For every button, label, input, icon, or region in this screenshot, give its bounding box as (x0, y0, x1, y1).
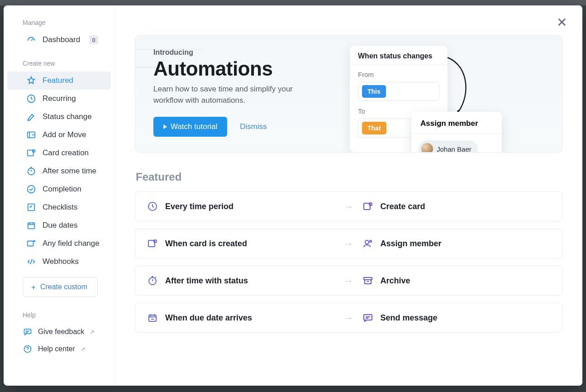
sidebar-item-label: Webhooks (43, 257, 79, 266)
sidebar-item-label: Due dates (43, 221, 78, 230)
user-check-icon (26, 184, 36, 194)
sidebar-item-due-dates[interactable]: Due dates (7, 216, 111, 234)
play-icon (163, 124, 167, 129)
dashboard-label: Dashboard (43, 35, 80, 44)
card-plus-icon (26, 148, 36, 158)
illus-assign-card: Assign member Johan Baer (411, 112, 502, 153)
clock-icon (147, 201, 158, 212)
sidebar-item-label: Add or Move (43, 130, 86, 139)
illus-when-title: When status changes (350, 46, 448, 65)
automations-modal: ✕ Manage Dashboard 0 Create new Featured… (4, 5, 582, 386)
sidebar-item-any-field-change[interactable]: Any field change (7, 234, 111, 253)
feedback-label: Give feedback (38, 328, 84, 336)
svg-rect-8 (28, 241, 33, 246)
external-link-icon: ↗ (81, 346, 86, 353)
avatar (421, 143, 433, 153)
featured-item[interactable]: When due date arrives → Send message (135, 303, 562, 333)
sidebar-item-after-some-time[interactable]: After some time (7, 162, 111, 180)
sidebar-item-label: Card creation (43, 148, 89, 158)
archive-icon (362, 275, 373, 286)
sidebar-item-card-creation[interactable]: Card creation (7, 144, 111, 162)
status-chip-this: This (362, 85, 386, 98)
featured-item[interactable]: After time with status → Archive (135, 266, 562, 296)
watch-tutorial-label: Watch tutorial (171, 122, 217, 131)
arrow-icon (443, 53, 475, 121)
illus-assign-title: Assign member (411, 112, 502, 134)
intro-kicker: Introducing (153, 48, 321, 57)
gauge-icon (26, 35, 36, 45)
svg-point-4 (28, 168, 35, 175)
status-chip-that: That (362, 122, 386, 134)
stopwatch-icon (147, 275, 158, 286)
sidebar-item-completion[interactable]: Completion (7, 180, 111, 198)
sidebar-item-recurring[interactable]: Recurring (7, 90, 111, 108)
svg-point-21 (370, 240, 372, 242)
featured-item[interactable]: When card is created → Assign member (135, 229, 562, 258)
arrow-right-icon: → (340, 239, 358, 249)
sidebar-item-label: After some time (43, 167, 96, 176)
arrow-right-icon: → (340, 201, 358, 212)
stopwatch-icon (26, 166, 36, 176)
arrow-right-icon: → (340, 313, 358, 323)
arrow-right-icon: → (340, 276, 358, 286)
sidebar-item-label: Checklists (43, 203, 77, 212)
code-icon (26, 257, 36, 267)
message-icon (362, 312, 373, 323)
trigger-label: When card is created (165, 239, 247, 249)
external-link-icon: ↗ (90, 329, 95, 335)
board-move-icon (26, 130, 36, 140)
sidebar-item-status-change[interactable]: Status change (7, 108, 111, 126)
sidebar-item-label: Featured (43, 76, 73, 85)
sidebar-item-label: Recurring (43, 94, 76, 103)
svg-rect-6 (28, 204, 35, 211)
help-icon (23, 344, 33, 354)
help-center-label: Help center (38, 345, 75, 353)
dismiss-button[interactable]: Dismiss (240, 122, 267, 131)
member-chip: Johan Baer (419, 140, 478, 153)
close-icon[interactable]: ✕ (557, 16, 567, 29)
watch-tutorial-button[interactable]: Watch tutorial (153, 117, 227, 137)
intro-illustration: When status changes From This To That As… (321, 48, 544, 137)
svg-rect-24 (149, 315, 156, 321)
sidebar-item-label: Any field change (43, 239, 100, 248)
calendar-due-icon (147, 312, 158, 323)
help-center-link[interactable]: Help center ↗ (4, 340, 114, 358)
create-custom-label: Create custom (40, 283, 87, 291)
trigger-label: After time with status (165, 276, 248, 286)
intro-description: Learn how to save time and simplify your… (153, 84, 321, 106)
sidebar-item-featured[interactable]: Featured (7, 72, 111, 90)
member-name: Johan Baer (437, 145, 472, 153)
featured-item[interactable]: Every time period → Create card (135, 191, 562, 221)
calendar-icon (26, 220, 36, 230)
action-label: Create card (381, 202, 425, 211)
svg-point-5 (28, 186, 35, 193)
action-label: Assign member (381, 239, 442, 249)
give-feedback-link[interactable]: Give feedback ↗ (4, 323, 114, 340)
sidebar: Manage Dashboard 0 Create new Featured R… (4, 5, 115, 386)
intro-card: Introducing Automations Learn how to sav… (135, 35, 562, 153)
action-label: Send message (381, 313, 438, 323)
svg-rect-9 (24, 329, 31, 334)
sidebar-item-webhooks[interactable]: Webhooks (7, 253, 111, 271)
sidebar-item-add-or-move[interactable]: Add or Move (7, 126, 111, 144)
illus-from-label: From (358, 71, 439, 78)
sidebar-item-label: Completion (43, 185, 81, 194)
trigger-label: When due date arrives (165, 313, 252, 323)
create-custom-button[interactable]: + Create custom (23, 277, 98, 297)
checklist-icon (26, 202, 36, 212)
intro-title: Automations (153, 57, 321, 80)
sidebar-item-checklists[interactable]: Checklists (7, 198, 111, 216)
illus-from-field: This (358, 82, 439, 101)
featured-section-title: Featured (136, 171, 562, 183)
pencil-status-icon (26, 112, 36, 122)
trigger-label: Every time period (165, 202, 233, 211)
action-label: Archive (381, 276, 410, 286)
sidebar-group-create: Create new (4, 57, 114, 72)
plus-icon: + (31, 283, 36, 291)
feedback-icon (23, 327, 33, 337)
card-created-icon (147, 238, 158, 249)
sidebar-item-dashboard[interactable]: Dashboard 0 (7, 31, 111, 49)
sidebar-group-help: Help (4, 309, 114, 323)
sidebar-item-label: Status change (43, 112, 92, 121)
card-plus-icon (362, 201, 373, 212)
